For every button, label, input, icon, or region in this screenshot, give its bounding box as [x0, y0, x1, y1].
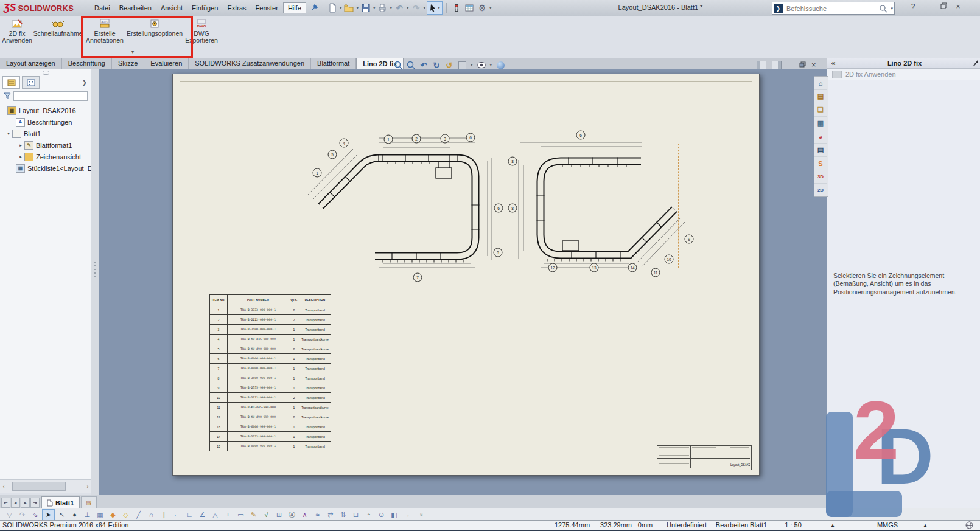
tab-skizze[interactable]: Skizze — [112, 58, 144, 69]
vertical-icon[interactable]: ∣ — [158, 510, 170, 520]
display-style-icon[interactable] — [495, 60, 505, 70]
zoom-area-icon[interactable] — [406, 60, 416, 70]
tab-beschriftung[interactable]: Beschriftung — [62, 58, 112, 69]
status-x[interactable]: 1275.44mm — [555, 521, 590, 529]
polygon-icon[interactable]: ◆ — [107, 510, 119, 520]
rotate-view-icon[interactable]: ↻ — [432, 60, 441, 70]
angle-icon[interactable]: ∠ — [197, 510, 208, 520]
doc-close-icon[interactable]: × — [811, 60, 816, 69]
bom-row[interactable]: 13 TRA-B-6666-999-000-1 1 Transportband — [210, 422, 331, 432]
help-button[interactable]: ? — [907, 2, 919, 11]
rotate-entities-icon[interactable]: ◔ — [363, 510, 374, 520]
menu-ansicht[interactable]: Ansicht — [156, 2, 187, 13]
status-definition[interactable]: Unterdefiniert — [667, 521, 707, 529]
bom-row[interactable]: 1 TRA-B-3333-000-000-1 2 Transportband — [210, 305, 331, 315]
globe-status-icon[interactable] — [965, 521, 973, 530]
trim-icon[interactable]: ⊟ — [350, 510, 362, 520]
select-icon[interactable]: ➤ — [42, 509, 55, 521]
pencil-icon[interactable]: ✎ — [248, 510, 259, 520]
add-sheet-tab[interactable]: ▨ — [81, 496, 97, 508]
home-icon[interactable]: ⌂ — [814, 77, 827, 90]
menu-extras[interactable]: Extras — [223, 2, 250, 13]
circle-icon[interactable]: ⊙ — [376, 510, 387, 520]
solidworks-forum-icon[interactable]: S — [814, 157, 827, 170]
hatch-icon[interactable]: ⊞ — [273, 510, 285, 520]
status-scale-dropdown[interactable]: ▴ — [831, 521, 835, 529]
print-icon[interactable] — [376, 2, 388, 14]
pin-panel-icon[interactable] — [970, 60, 980, 67]
paste-icon[interactable]: ⇘ — [29, 510, 41, 520]
redo-icon[interactable]: ↷ — [16, 510, 28, 520]
point-icon[interactable]: ● — [69, 510, 80, 520]
tree-item-beschriftungen[interactable]: A Beschriftungen — [0, 116, 91, 128]
swap-icon[interactable]: ⇄ — [324, 510, 336, 520]
status-scale[interactable]: 1 : 50 — [785, 521, 802, 529]
display-manager-tab[interactable] — [22, 76, 40, 89]
bom-row[interactable]: 8 TRA-B-3500-999-000-1 1 Transportband — [210, 373, 331, 383]
tab-evaluieren[interactable]: Evaluieren — [144, 58, 189, 69]
tree-item-stueckliste1[interactable]: ▦ Stückliste1<Layout_DSAK2 — [0, 162, 91, 174]
ribbon-dwg-exportieren-button[interactable]: DWG DWGExportieren — [186, 19, 217, 44]
balloon[interactable]: 9 — [685, 235, 694, 244]
select-tool-icon[interactable]: ▾ — [427, 1, 443, 15]
sheet-nav-next[interactable]: ▸ — [21, 498, 30, 508]
minimize-button[interactable]: – — [923, 2, 935, 11]
scroll-right-icon[interactable]: › — [84, 484, 91, 490]
balloon[interactable]: 2 — [412, 134, 421, 144]
drawing-sheet[interactable]: 451123665768891011121314 ITEM NO. PART N… — [172, 74, 760, 476]
bom-row[interactable]: 15 TRA-B-0000-999-000-1 1 Transportband — [210, 442, 331, 451]
plus-icon[interactable]: + — [222, 510, 234, 520]
bom-row[interactable]: 12 TRA-B-KU-d90-999-000 2 Transportbandk… — [210, 412, 331, 422]
open-icon[interactable] — [343, 2, 355, 14]
balloon[interactable]: 14 — [628, 263, 637, 272]
redraw-view-icon[interactable]: ↺ — [444, 60, 454, 70]
bom-table[interactable]: ITEM NO. PART NUMBER QTY. DESCRIPTION 1 … — [209, 294, 331, 451]
menu-datei[interactable]: Datei — [90, 2, 114, 13]
bom-row[interactable]: 7 TRA-B-0000-000-000-1 1 Transportband — [210, 364, 331, 373]
file-explorer-icon[interactable]: ❏ — [814, 103, 827, 117]
lino-3d-icon[interactable]: 3D — [814, 170, 827, 184]
tree-item-blattformat1[interactable]: ▸ ✎ Blattformat1 — [0, 139, 91, 151]
ribbon-schnellaufnahme-button[interactable]: Schnellaufnahme — [34, 19, 82, 37]
view-orientation-icon[interactable] — [457, 60, 467, 70]
sheet-nav-last[interactable]: ⇥ — [30, 498, 40, 508]
bom-row[interactable]: 5 TRA-B-KU-d90-000-000 2 Transportbandku… — [210, 344, 331, 354]
zoom-fit-icon[interactable] — [393, 60, 403, 70]
triangle-icon[interactable]: △ — [209, 510, 221, 520]
lino-2d-icon[interactable]: 2D — [814, 184, 827, 196]
note-icon[interactable]: Ⓐ — [286, 510, 298, 520]
performance-evaluation-icon[interactable] — [450, 2, 463, 14]
balloon[interactable]: 1 — [313, 168, 322, 178]
status-units[interactable]: MMGS — [877, 521, 898, 529]
offset-icon[interactable]: ⇥ — [414, 510, 425, 520]
spline-icon[interactable]: ∧ — [299, 510, 310, 520]
panel-item-2d-fix-anwenden[interactable]: 2D fix Anwenden — [827, 69, 980, 80]
bom-row[interactable]: 10 TRA-B-2222-999-000-1 2 Transportband — [210, 393, 331, 403]
bom-row[interactable]: 3 TRA-B-3500-000-000-1 1 Transportband — [210, 325, 331, 335]
save-icon[interactable] — [360, 2, 372, 14]
angle-corner-icon[interactable]: ∟ — [184, 510, 195, 520]
updown-icon[interactable]: ⇅ — [337, 510, 349, 520]
tree-item-layout-dsak2016[interactable]: ▦ Layout_DSAK2016 — [0, 105, 91, 116]
search-input[interactable] — [785, 4, 877, 13]
ribbon-expand-arrow[interactable]: ▾ — [131, 49, 134, 55]
bom-row[interactable]: 4 TRA-B-KU-d45-000-000 1 Transportbandku… — [210, 335, 331, 344]
balloon[interactable]: 4 — [340, 139, 349, 148]
custom-properties-icon[interactable]: ▤ — [814, 144, 827, 157]
ribbon-2d-fix-anwenden-button[interactable]: 2D fixAnwenden — [1, 19, 33, 44]
menu-einfuegen[interactable]: Einfügen — [187, 2, 222, 13]
menu-bearbeiten[interactable]: Bearbeiten — [115, 2, 156, 13]
close-button[interactable]: × — [952, 2, 964, 11]
corner-icon[interactable]: ⌐ — [171, 510, 183, 520]
bom-table-icon[interactable] — [463, 2, 475, 14]
rectangle-icon[interactable]: ▭ — [235, 510, 247, 520]
doc-restore-icon[interactable] — [799, 61, 806, 69]
check-icon[interactable]: √ — [261, 510, 272, 520]
balloon[interactable]: 13 — [590, 263, 599, 272]
search-icon[interactable] — [879, 4, 887, 13]
balloon[interactable]: 8 — [508, 204, 517, 213]
tree-item-zeichenansicht[interactable]: ▸ Zeichenansicht — [0, 151, 91, 162]
tree-filter-input[interactable] — [13, 91, 88, 101]
panel-expand-chevron-icon[interactable]: ❯ — [82, 79, 87, 86]
previous-view-icon[interactable]: ↶ — [419, 60, 429, 70]
